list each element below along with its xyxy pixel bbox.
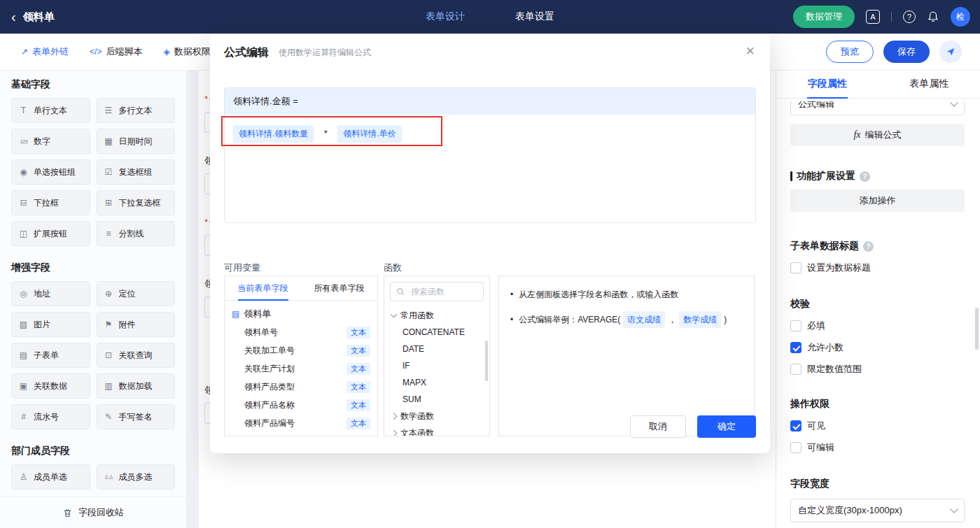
field-type-badge: 文本 — [346, 345, 370, 357]
formula-editor[interactable]: 领料详情.金额 = 领料详情.领料数量 * 领料详情.单价 — [224, 87, 756, 223]
checkbox-label: 允许小数 — [807, 341, 844, 354]
function-search-box[interactable] — [390, 282, 484, 301]
function-item[interactable]: CONCATENATE — [384, 324, 489, 341]
variable-row[interactable]: 领料产品类型文本 — [232, 378, 370, 396]
tab-field-properties[interactable]: 字段属性 — [776, 70, 878, 98]
function-item[interactable]: MAPX — [384, 374, 489, 391]
variable-row[interactable]: 领料单号文本 — [232, 323, 370, 341]
preview-button[interactable]: 预览 — [826, 41, 874, 63]
variable-row[interactable]: 关联加工单号文本 — [232, 341, 370, 359]
function-item[interactable]: SUM — [384, 391, 489, 408]
checkbox-icon[interactable] — [790, 320, 802, 331]
field-item-extend-button[interactable]: ◫扩展按钮 — [11, 221, 90, 246]
checkbox-editable[interactable]: 可编辑 — [790, 441, 965, 454]
field-item-label: 子表单 — [34, 350, 59, 362]
field-item-divider[interactable]: ≡分割线 — [97, 221, 176, 246]
checkbox-required[interactable]: 必填 — [790, 320, 965, 332]
variable-row[interactable]: 领料产品名称文本 — [232, 396, 370, 414]
help-question-icon[interactable]: ? — [863, 241, 874, 252]
field-item-label: 成员单选 — [34, 471, 67, 483]
basic-fields-grid: T单行文本 ☰多行文本 123数字 ▦日期时间 ◉单选按钮组 ☑复选框组 ⊟下拉… — [11, 98, 175, 246]
toolbar-item-data-permission[interactable]: ◈ 数据权限 — [163, 45, 210, 58]
function-search-input[interactable] — [410, 286, 477, 297]
chevron-right-icon — [391, 429, 398, 436]
function-group-math[interactable]: 数学函数 — [384, 408, 489, 424]
confirm-button[interactable]: 确定 — [697, 415, 756, 438]
field-item-number[interactable]: 123数字 — [11, 129, 90, 154]
field-item-member-multi[interactable]: ♙♙成员多选 — [97, 464, 176, 490]
extension-settings-title: 功能扩展设置 — [797, 170, 855, 183]
field-item-image[interactable]: ▨图片 — [11, 312, 90, 337]
avatar[interactable]: 检 — [951, 7, 970, 27]
field-item-radio-group[interactable]: ◉单选按钮组 — [11, 159, 90, 185]
field-item-member-single[interactable]: ♙成员单选 — [11, 464, 90, 490]
tab-form-settings[interactable]: 表单设置 — [515, 10, 554, 23]
publish-share-button[interactable] — [939, 41, 962, 63]
toolbar-item-backend-script[interactable]: </> 后端脚本 — [90, 45, 142, 58]
checkbox-icon[interactable] — [790, 364, 802, 375]
help-question-icon[interactable]: ? — [860, 171, 870, 182]
field-item-data-load[interactable]: ▥数据加载 — [97, 373, 176, 399]
field-item-datetime[interactable]: ▦日期时间 — [97, 129, 176, 154]
variable-row[interactable]: 领料产品编号文本 — [232, 414, 370, 432]
tab-all-form-fields[interactable]: 所有表单字段 — [301, 276, 377, 300]
field-item-checkbox-group[interactable]: ☑复选框组 — [97, 159, 176, 185]
cancel-button[interactable]: 取消 — [630, 415, 686, 438]
checkbox-limit-range[interactable]: 限定数值范围 — [790, 363, 965, 376]
width-mode-select[interactable]: 自定义宽度(30px-1000px) — [790, 499, 965, 522]
checkbox-visible[interactable]: 可见 — [790, 420, 965, 432]
tab-form-design[interactable]: 表单设计 — [426, 10, 465, 23]
field-item-attachment[interactable]: ⚑附件 — [97, 312, 176, 337]
function-group-common[interactable]: 常用函数 — [384, 307, 489, 324]
data-manage-button[interactable]: 数据管理 — [793, 6, 855, 28]
divider-icon: ≡ — [103, 229, 115, 238]
formula-mode-select-clipped[interactable]: 公式编辑 — [790, 101, 965, 117]
formula-field-tag[interactable]: 领料详情.单价 — [337, 125, 401, 143]
field-item-location[interactable]: ⊕定位 — [97, 281, 176, 306]
back-chevron-icon[interactable]: ‹ — [11, 10, 16, 24]
checkbox-icon[interactable] — [790, 262, 802, 273]
field-item-dropdown-multi[interactable]: ⊞下拉复选框 — [97, 190, 176, 215]
panel-scrollbar[interactable] — [975, 308, 979, 350]
formula-field-tag[interactable]: 领料详情.领料数量 — [233, 125, 314, 143]
functions-scrollbar[interactable] — [485, 341, 488, 381]
edit-formula-button[interactable]: fx 编辑公式 — [790, 124, 965, 146]
bell-icon[interactable] — [927, 10, 939, 23]
formula-body[interactable]: 领料详情.领料数量 * 领料详情.单价 — [225, 115, 755, 153]
field-item-linked-query[interactable]: ⊡关联查询 — [97, 343, 176, 368]
tab-current-form-fields[interactable]: 当前表单字段 — [225, 276, 301, 300]
field-item-address[interactable]: ◎地址 — [11, 281, 90, 306]
save-button[interactable]: 保存 — [883, 41, 930, 63]
field-item-multiline-text[interactable]: ☰多行文本 — [97, 98, 176, 123]
tree-root-form[interactable]: ▤ 领料单 — [232, 305, 370, 323]
help-icon[interactable]: ? — [903, 10, 916, 23]
chevron-right-icon — [391, 413, 398, 420]
linked-data-icon: ▣ — [18, 381, 29, 391]
field-item-dropdown[interactable]: ⊟下拉框 — [11, 190, 90, 215]
field-recycle-bin[interactable]: 字段回收站 — [0, 497, 186, 528]
function-item[interactable]: IF — [384, 357, 489, 374]
checkbox-icon[interactable] — [790, 442, 802, 453]
toolbar-item-external-link[interactable]: ↗ 表单外链 — [21, 45, 69, 58]
tab-form-properties[interactable]: 表单属性 — [878, 70, 980, 98]
field-item-label: 关联查询 — [119, 350, 153, 362]
checkbox-allow-decimal[interactable]: 允许小数 — [790, 341, 965, 354]
attachment-icon: ⚑ — [103, 320, 115, 329]
variable-row[interactable]: 关联生产计划文本 — [232, 359, 370, 378]
checkbox-checked-icon[interactable] — [790, 342, 802, 353]
add-action-button[interactable]: 添加操作 — [790, 190, 965, 212]
checkbox-set-data-title[interactable]: 设置为数据标题 — [790, 262, 965, 274]
member-multi-icon: ♙♙ — [103, 474, 115, 480]
field-item-serial-number[interactable]: #流水号 — [11, 404, 90, 429]
field-item-label: 数据加载 — [119, 380, 153, 392]
help-text: 公式编辑举例：AVERAGE( — [519, 313, 620, 327]
function-group-text[interactable]: 文本函数 — [384, 424, 489, 436]
field-item-linked-data[interactable]: ▣关联数据 — [11, 373, 90, 399]
translate-icon[interactable]: A — [866, 10, 880, 24]
field-item-single-line-text[interactable]: T单行文本 — [11, 98, 90, 123]
close-icon[interactable]: × — [746, 43, 755, 59]
field-item-subform[interactable]: ▤子表单 — [11, 343, 90, 368]
checkbox-checked-icon[interactable] — [790, 420, 802, 431]
field-item-signature[interactable]: ✎手写签名 — [97, 404, 176, 429]
function-item[interactable]: DATE — [384, 341, 489, 357]
